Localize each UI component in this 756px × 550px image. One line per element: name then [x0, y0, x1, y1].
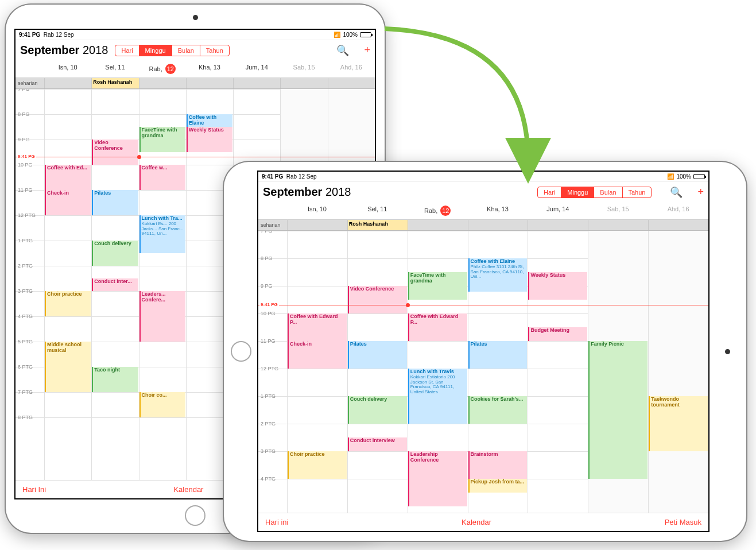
- day-header[interactable]: Isn, 10: [287, 202, 347, 219]
- seg-bulan[interactable]: Bulan: [172, 45, 200, 56]
- calendar-event[interactable]: Cookies for Sarah's...: [468, 396, 528, 424]
- all-day-label: seharian: [15, 78, 44, 88]
- all-day-cell[interactable]: [468, 220, 528, 230]
- calendar-event[interactable]: Leaders... Confere...: [139, 291, 185, 342]
- day-column[interactable]: Video ConferencePilatesCouch deliveryCon…: [91, 89, 138, 480]
- view-segment[interactable]: HariMingguBulanTahun: [115, 45, 229, 56]
- calendar-event[interactable]: Lunch with Tra...Kokkari Es... 200 Jacks…: [139, 215, 185, 253]
- calendar-event[interactable]: Taekwondo tournament: [649, 396, 708, 451]
- calendar-event[interactable]: Pilates: [468, 341, 528, 369]
- calendar-event[interactable]: Budget Meeting: [528, 327, 587, 341]
- calendar-event[interactable]: Coffee with Edward P...: [408, 313, 467, 341]
- calendar-event[interactable]: Pilates: [348, 341, 407, 369]
- all-day-cell[interactable]: [408, 220, 468, 230]
- day-header[interactable]: Rab, 12: [408, 202, 468, 219]
- camera-icon: [193, 15, 198, 20]
- day-header[interactable]: Rab, 12: [139, 60, 186, 78]
- day-column[interactable]: FaceTime with grandmaCoffee w...Lunch wi…: [139, 89, 186, 480]
- calendar-event[interactable]: Couch delivery: [348, 396, 407, 424]
- status-bar: 9:41 PG Rab 12 Sep 📶 100%: [15, 30, 375, 40]
- all-day-cell[interactable]: [44, 78, 91, 88]
- all-day-event[interactable]: Rosh Hashanah: [347, 220, 408, 230]
- calendar-event[interactable]: Choir co...: [139, 392, 185, 417]
- day-column[interactable]: Coffee with ElainePhilz Coffee 3101 24th…: [468, 231, 528, 513]
- hour-label: 9 PG: [261, 283, 273, 289]
- all-day-cell[interactable]: [186, 78, 233, 88]
- day-column[interactable]: Coffee with Edward P...Check-inChoir pra…: [287, 231, 347, 513]
- all-day-cell[interactable]: [328, 78, 375, 88]
- seg-hari[interactable]: Hari: [538, 187, 561, 197]
- calendar-event[interactable]: Taco night: [92, 367, 138, 392]
- add-icon[interactable]: +: [364, 44, 370, 56]
- all-day-cell[interactable]: [233, 78, 280, 88]
- all-day-cell[interactable]: [528, 220, 588, 230]
- day-column[interactable]: Weekly StatusBudget Meeting: [528, 231, 588, 513]
- calendar-event[interactable]: Family Picnic: [588, 341, 648, 479]
- week-grid[interactable]: 7 PG8 PG9 PG10 PG11 PG12 PTG1 PTG2 PTG3 …: [258, 231, 708, 513]
- calendar-event[interactable]: Coffee with ElainePhilz Coffee 3101 24th…: [468, 258, 528, 292]
- calendar-event[interactable]: Leadership Conference: [408, 451, 467, 506]
- search-icon[interactable]: 🔍: [670, 186, 683, 199]
- seg-hari[interactable]: Hari: [115, 45, 139, 56]
- calendar-event[interactable]: Weekly Status: [528, 272, 587, 300]
- calendar-event[interactable]: Pilates: [92, 190, 138, 215]
- search-icon[interactable]: 🔍: [336, 44, 349, 57]
- day-column[interactable]: Video ConferencePilatesCouch deliveryCon…: [347, 231, 408, 513]
- calendar-event[interactable]: Conduct inter...: [92, 278, 138, 291]
- calendar-event[interactable]: Lunch with TravisKokkari Estiatorio 200 …: [408, 369, 467, 424]
- calendar-event[interactable]: Check-in: [45, 190, 91, 215]
- day-header[interactable]: Sab, 15: [280, 60, 327, 78]
- seg-minggu[interactable]: Minggu: [561, 187, 594, 197]
- home-button[interactable]: [231, 341, 251, 362]
- home-button[interactable]: [185, 505, 206, 526]
- inbox-button[interactable]: Peti Masuk: [665, 518, 701, 526]
- seg-tahun[interactable]: Tahun: [623, 187, 652, 197]
- calendar-event[interactable]: Coffee w...: [139, 165, 185, 190]
- day-column[interactable]: Taekwondo tournament: [648, 231, 708, 513]
- day-header[interactable]: Ahd, 16: [648, 202, 708, 219]
- calendar-event[interactable]: Coffee with Edward P...: [288, 313, 347, 341]
- seg-minggu[interactable]: Minggu: [139, 45, 172, 56]
- all-day-cell[interactable]: [648, 220, 708, 230]
- today-button[interactable]: Hari ini: [265, 518, 288, 526]
- day-column[interactable]: Coffee with Ed...Check-inChoir practiceM…: [44, 89, 91, 480]
- calendar-event[interactable]: Pickup Josh from ta...: [468, 479, 528, 493]
- calendar-event[interactable]: Conduct interview: [348, 437, 407, 451]
- calendar-event[interactable]: FaceTime with grandma: [139, 127, 185, 152]
- all-day-cell[interactable]: [588, 220, 648, 230]
- seg-tahun[interactable]: Tahun: [200, 45, 229, 56]
- day-header[interactable]: Sel, 11: [91, 60, 138, 78]
- calendar-event[interactable]: Choir practice: [288, 451, 347, 479]
- day-column[interactable]: Family Picnic: [588, 231, 648, 513]
- all-day-cell[interactable]: [280, 78, 327, 88]
- day-header[interactable]: Kha, 13: [186, 60, 233, 78]
- calendar-event[interactable]: Coffee with Ed...: [45, 165, 91, 190]
- calendar-event[interactable]: Couch delivery: [92, 241, 138, 266]
- calendar-event[interactable]: Choir practice: [45, 291, 91, 316]
- calendar-event[interactable]: Check-in: [288, 341, 347, 369]
- day-header[interactable]: Sab, 15: [588, 202, 648, 219]
- all-day-cell[interactable]: [139, 78, 186, 88]
- day-header[interactable]: Jum, 14: [233, 60, 280, 78]
- day-header[interactable]: Jum, 14: [528, 202, 588, 219]
- day-header[interactable]: Kha, 13: [468, 202, 528, 219]
- calendar-event[interactable]: Video Conference: [348, 286, 407, 313]
- hour-label: 2 PTG: [18, 263, 33, 269]
- view-segment[interactable]: HariMingguBulanTahun: [537, 187, 652, 198]
- day-column[interactable]: FaceTime with grandmaCoffee with Edward …: [408, 231, 468, 513]
- all-day-event[interactable]: Rosh Hashanah: [91, 78, 138, 88]
- calendars-button[interactable]: Kalendar: [288, 518, 664, 526]
- add-icon[interactable]: +: [697, 186, 704, 198]
- day-header[interactable]: Sel, 11: [347, 202, 408, 219]
- calendar-event[interactable]: Video Conference: [92, 140, 138, 165]
- day-header[interactable]: Isn, 10: [44, 60, 91, 78]
- current-time-line: 9:41 PG: [258, 305, 708, 305]
- calendar-event[interactable]: Brainstorm: [468, 451, 528, 479]
- day-header[interactable]: Ahd, 16: [328, 60, 375, 78]
- calendar-event[interactable]: FaceTime with grandma: [408, 272, 467, 300]
- all-day-cell[interactable]: [287, 220, 347, 230]
- seg-bulan[interactable]: Bulan: [594, 187, 622, 197]
- today-button[interactable]: Hari Ini: [22, 485, 46, 494]
- calendar-event[interactable]: Weekly Status: [187, 127, 232, 152]
- calendar-event[interactable]: Middle school musical: [45, 342, 91, 392]
